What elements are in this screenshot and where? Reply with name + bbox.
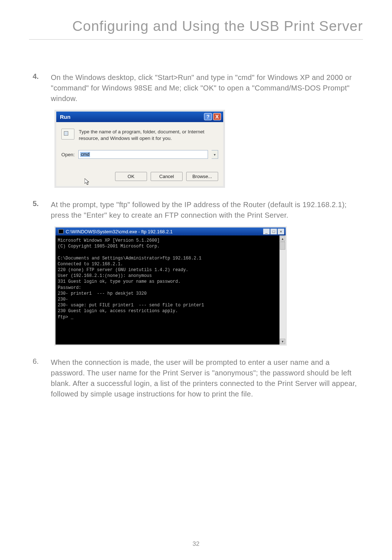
browse-button[interactable]: Browse... bbox=[186, 172, 218, 181]
run-title: Run bbox=[60, 114, 70, 120]
run-dialog-body: Type the name of a program, folder, docu… bbox=[56, 122, 223, 186]
page-title: Configuring and Using the USB Print Serv… bbox=[29, 18, 363, 40]
open-label: Open: bbox=[61, 152, 75, 157]
step-number: 4. bbox=[29, 72, 51, 104]
step-4: 4. On the Windows desktop, click "Start>… bbox=[29, 72, 363, 104]
step-6: 6. When the connection is made, the user… bbox=[29, 357, 363, 399]
run-description: Type the name of a program, folder, docu… bbox=[79, 129, 218, 141]
figure-cmd-window: C:\WINDOWS\System32\cmd.exe - ftp 192.16… bbox=[54, 226, 363, 346]
run-titlebar: Run ? X bbox=[56, 112, 223, 122]
step-5: 5. At the prompt, type "ftp" followed by… bbox=[29, 200, 363, 221]
step-number: 5. bbox=[29, 200, 51, 221]
step-text: At the prompt, type "ftp" followed by th… bbox=[51, 200, 363, 221]
help-icon[interactable]: ? bbox=[204, 113, 212, 120]
scrollbar-thumb[interactable] bbox=[280, 242, 285, 250]
scrollbar[interactable]: ▴ ▾ bbox=[279, 235, 286, 345]
scroll-down-icon[interactable]: ▾ bbox=[280, 339, 285, 344]
step-number: 6. bbox=[29, 357, 51, 399]
run-dialog: Run ? X Type the name of a program, fold… bbox=[54, 110, 225, 188]
chevron-down-icon[interactable]: ▾ bbox=[212, 150, 218, 159]
minimize-icon[interactable]: _ bbox=[263, 229, 270, 234]
step-text: When the connection is made, the user wi… bbox=[51, 357, 363, 399]
open-input-value: cmd bbox=[80, 152, 90, 157]
cmd-prompt-icon bbox=[58, 229, 64, 234]
page-number: 32 bbox=[0, 540, 392, 548]
maximize-icon[interactable]: □ bbox=[270, 229, 277, 234]
cmd-output[interactable]: Microsoft Windows XP [Version 5.1.2600] … bbox=[56, 235, 279, 345]
cursor-icon bbox=[85, 178, 90, 186]
run-program-icon bbox=[61, 129, 74, 140]
document-page: Configuring and Using the USB Print Serv… bbox=[0, 0, 392, 560]
figure-run-dialog: Run ? X Type the name of a program, fold… bbox=[54, 110, 363, 188]
cmd-titlebar: C:\WINDOWS\System32\cmd.exe - ftp 192.16… bbox=[56, 227, 286, 235]
cmd-title: C:\WINDOWS\System32\cmd.exe - ftp 192.16… bbox=[66, 229, 173, 234]
cancel-button[interactable]: Cancel bbox=[151, 172, 183, 181]
ok-button[interactable]: OK bbox=[115, 172, 147, 181]
close-icon[interactable]: X bbox=[213, 113, 221, 120]
step-text: On the Windows desktop, click "Start>Run… bbox=[51, 72, 363, 104]
scroll-up-icon[interactable]: ▴ bbox=[280, 236, 285, 241]
open-input[interactable]: cmd bbox=[78, 150, 208, 159]
svg-marker-0 bbox=[85, 178, 89, 185]
close-icon[interactable]: × bbox=[278, 229, 284, 234]
cmd-window: C:\WINDOWS\System32\cmd.exe - ftp 192.16… bbox=[54, 226, 287, 346]
